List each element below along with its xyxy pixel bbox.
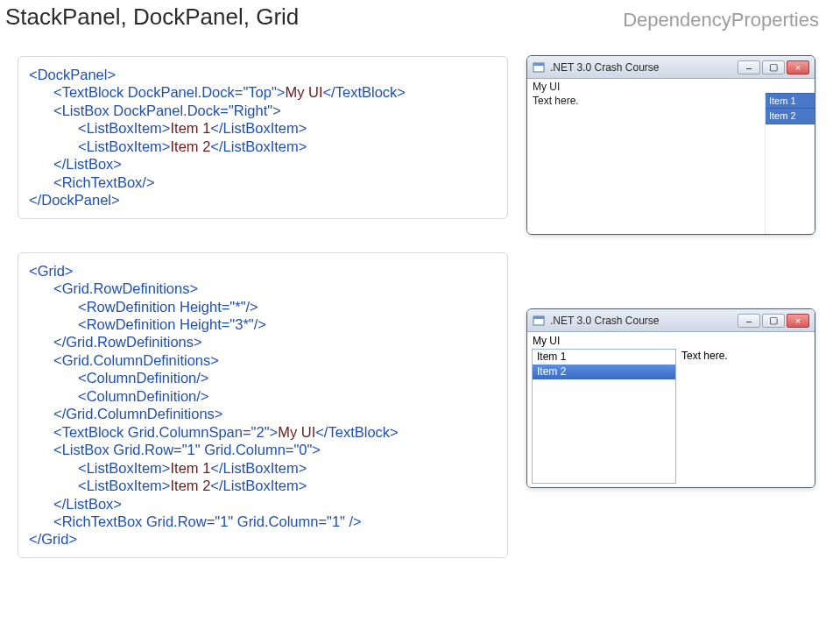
code-text: Item 1 <box>170 120 210 136</box>
code-text: <TextBlock DockPanel.Dock="Top"> <box>53 84 285 100</box>
code-text: </ListBoxItem> <box>210 478 307 493</box>
maximize-icon: ▢ <box>769 315 778 326</box>
code-text: <Grid.ColumnDefinitions> <box>53 352 219 368</box>
list-item[interactable]: Item 2 <box>766 109 815 124</box>
dock-right-listbox[interactable]: Item 1 Item 2 <box>766 93 815 234</box>
app-icon <box>533 315 545 327</box>
code-text: Item 2 <box>170 478 210 493</box>
maximize-button[interactable]: ▢ <box>762 60 785 74</box>
code-text: <RichTextBox/> <box>53 174 155 190</box>
window-title: .NET 3.0 Crash Course <box>550 315 732 327</box>
code-text: <DockPanel> <box>29 67 116 82</box>
list-item[interactable]: Item 1 <box>533 350 675 365</box>
code-text: <RichTextBox Grid.Row="1" Grid.Column="1… <box>53 513 362 529</box>
page-title: StackPanel, DockPanel, Grid <box>5 4 299 31</box>
code-text: </TextBlock> <box>322 84 405 100</box>
code-text: Item 2 <box>170 138 210 154</box>
close-button[interactable]: × <box>787 314 809 328</box>
maximize-button[interactable]: ▢ <box>762 314 785 328</box>
close-icon: × <box>795 62 801 73</box>
code-text: My UI <box>278 424 315 440</box>
window-body: My UI Item 1 Item 2 Text here. <box>527 332 815 487</box>
code-text: <ListBoxItem> <box>78 460 170 476</box>
code-text: </DockPanel> <box>29 192 120 208</box>
minimize-icon: – <box>746 315 752 326</box>
richtextbox[interactable]: Text here. <box>676 349 815 487</box>
code-text: </Grid> <box>29 531 77 547</box>
code-text: </ListBox> <box>53 156 122 172</box>
code-block-grid: <Grid> <Grid.RowDefinitions> <RowDefinit… <box>18 252 508 558</box>
code-text: My UI <box>285 84 322 100</box>
code-text: <ListBoxItem> <box>78 120 170 136</box>
grid-top-label: My UI <box>527 332 815 347</box>
code-text: <RowDefinition Height="3*"/> <box>78 316 266 332</box>
window-body: My UI Text here. Item 1 Item 2 <box>527 79 815 234</box>
dock-top-label: My UI <box>527 79 815 93</box>
minimize-icon: – <box>746 62 752 73</box>
code-text: <ListBox Grid.Row="1" Grid.Column="0"> <box>53 442 321 457</box>
code-text: Item 1 <box>170 460 210 476</box>
svg-rect-3 <box>533 316 544 319</box>
code-text: </ListBoxItem> <box>210 460 307 476</box>
close-icon: × <box>795 315 801 326</box>
code-text: </ListBoxItem> <box>210 120 307 136</box>
grid-listbox[interactable]: Item 1 Item 2 <box>532 349 676 484</box>
window-titlebar[interactable]: .NET 3.0 Crash Course – ▢ × <box>527 309 815 332</box>
list-item-selected[interactable]: Item 2 <box>533 365 675 379</box>
code-text: <Grid.RowDefinitions> <box>53 280 198 296</box>
code-text: </TextBlock> <box>315 424 398 440</box>
code-text: <Grid> <box>29 263 73 279</box>
richtextbox-text: Text here. <box>533 95 579 107</box>
code-text: <RowDefinition Height="*"/> <box>78 299 258 315</box>
close-button[interactable]: × <box>787 60 809 74</box>
slide-header: StackPanel, DockPanel, Grid DependencyPr… <box>0 0 840 32</box>
minimize-button[interactable]: – <box>738 60 760 74</box>
code-text: <ColumnDefinition/> <box>78 388 209 404</box>
page-subtitle: DependencyProperties <box>623 9 819 32</box>
code-text: </Grid.ColumnDefinitions> <box>53 406 223 421</box>
code-text: </ListBoxItem> <box>210 138 307 154</box>
richtextbox-text: Text here. <box>681 350 728 362</box>
code-text: </ListBox> <box>53 496 122 512</box>
window-grid-preview: .NET 3.0 Crash Course – ▢ × My UI Item 1… <box>526 308 815 488</box>
code-text: <ListBoxItem> <box>78 138 170 154</box>
svg-rect-1 <box>533 63 544 66</box>
code-text: </Grid.RowDefinitions> <box>53 334 202 350</box>
app-icon <box>533 61 545 74</box>
code-block-dockpanel: <DockPanel> <TextBlock DockPanel.Dock="T… <box>18 56 508 219</box>
minimize-button[interactable]: – <box>738 314 760 328</box>
code-text: <ColumnDefinition/> <box>78 370 209 386</box>
maximize-icon: ▢ <box>769 61 778 73</box>
code-text: <TextBlock Grid.ColumnSpan="2"> <box>53 424 278 440</box>
code-text: <ListBox DockPanel.Dock="Right"> <box>53 103 281 118</box>
code-text: <ListBoxItem> <box>78 478 170 493</box>
window-title: .NET 3.0 Crash Course <box>550 61 732 74</box>
list-item[interactable]: Item 1 <box>766 93 815 109</box>
richtextbox[interactable]: Text here. <box>527 93 766 234</box>
window-titlebar[interactable]: .NET 3.0 Crash Course – ▢ × <box>527 56 815 79</box>
window-dockpanel-preview: .NET 3.0 Crash Course – ▢ × My UI Text h… <box>526 55 815 235</box>
